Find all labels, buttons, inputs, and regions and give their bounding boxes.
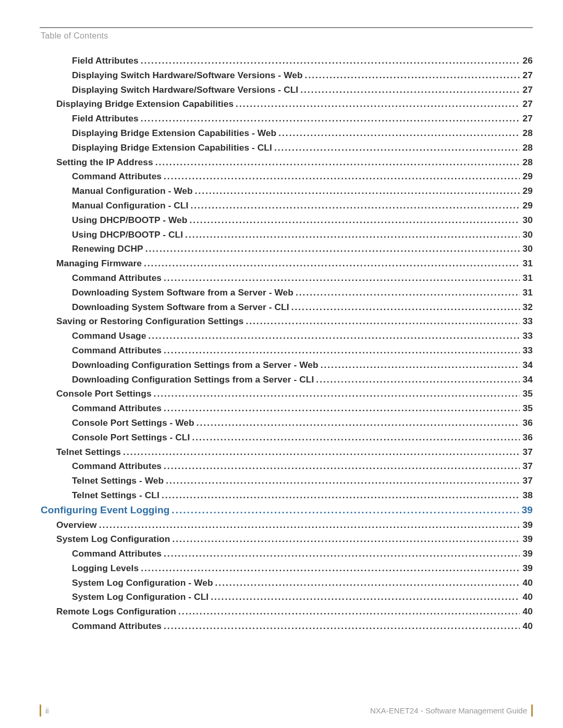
toc-leader: [154, 388, 520, 399]
toc-entry[interactable]: System Log Configuration39: [56, 534, 533, 545]
toc-entry-page: 30: [520, 229, 533, 240]
toc-entry[interactable]: Command Attributes40: [72, 621, 533, 632]
toc-entry[interactable]: Downloading System Software from a Serve…: [72, 302, 533, 313]
toc-entry[interactable]: Displaying Switch Hardware/Software Vers…: [72, 84, 533, 95]
toc-entry-page: 34: [520, 360, 533, 371]
toc-entry[interactable]: Downloading Configuration Settings from …: [72, 374, 533, 385]
toc-leader: [164, 621, 520, 632]
toc-entry[interactable]: Console Port Settings35: [56, 388, 533, 399]
toc-entry[interactable]: Using DHCP/BOOTP - CLI30: [72, 229, 533, 240]
toc-entry[interactable]: Telnet Settings37: [56, 447, 533, 458]
toc-entry[interactable]: Console Port Settings - Web36: [72, 417, 533, 428]
toc-entry-title: Telnet Settings - Web: [72, 475, 166, 486]
toc-entry-page: 27: [520, 98, 533, 109]
toc-entry-title: Telnet Settings - CLI: [72, 490, 162, 501]
toc-entry-title: Downloading System Software from a Serve…: [72, 302, 291, 313]
toc-entry-page: 37: [520, 461, 533, 472]
toc-leader: [296, 287, 520, 298]
page-footer: ii NXA-ENET24 - Software Management Guid…: [40, 705, 533, 717]
toc-entry[interactable]: Logging Levels39: [72, 563, 533, 574]
toc-entry-title: Displaying Switch Hardware/Software Vers…: [72, 84, 300, 95]
toc-leader: [274, 142, 520, 153]
toc-leader: [164, 548, 520, 559]
toc-entry[interactable]: Displaying Switch Hardware/Software Vers…: [72, 70, 533, 81]
toc-entry[interactable]: Command Usage33: [72, 330, 533, 341]
toc-entry-title: Displaying Switch Hardware/Software Vers…: [72, 70, 305, 81]
toc-entry[interactable]: Command Attributes37: [72, 461, 533, 472]
toc-entry[interactable]: System Log Configuration - CLI40: [72, 591, 533, 602]
toc-leader: [246, 316, 519, 327]
toc-entry-page: 37: [520, 447, 533, 458]
toc-entry[interactable]: Overview39: [56, 520, 533, 530]
toc-entry-title: Manual Configuration - CLI: [72, 200, 190, 211]
toc-entry[interactable]: Manual Configuration - CLI29: [72, 200, 533, 211]
toc-entry[interactable]: Downloading Configuration Settings from …: [72, 360, 533, 371]
toc-entry-page: 27: [520, 113, 533, 124]
toc-entry[interactable]: Downloading System Software from a Serve…: [72, 287, 533, 298]
toc-entry[interactable]: Field Attributes26: [72, 55, 533, 66]
toc-entry-title: Console Port Settings - Web: [72, 417, 197, 428]
toc-entry-page: 34: [520, 374, 533, 385]
toc-entry-title: Command Attributes: [72, 403, 164, 414]
toc-entry-page: 32: [520, 302, 533, 313]
toc-entry-page: 36: [520, 432, 533, 443]
toc-entry[interactable]: Displaying Bridge Extension Capabilities…: [72, 142, 533, 153]
toc-leader: [155, 157, 520, 168]
toc-leader: [164, 273, 520, 283]
toc-entry-page: 40: [520, 621, 533, 632]
toc-entry-page: 35: [520, 403, 533, 414]
toc-entry-title: Manual Configuration - Web: [72, 186, 195, 196]
toc-leader: [189, 215, 519, 226]
toc-entry[interactable]: Setting the IP Address28: [56, 157, 533, 168]
toc-entry[interactable]: Displaying Bridge Extension Capabilities…: [72, 128, 533, 139]
toc-entry-page: 31: [520, 287, 533, 298]
toc-entry-title: Downloading Configuration Settings from …: [72, 360, 321, 371]
toc-entry-title: Command Attributes: [72, 171, 164, 182]
toc-entry[interactable]: Telnet Settings - CLI38: [72, 490, 533, 501]
toc-leader: [278, 128, 519, 139]
toc-leader: [164, 403, 520, 414]
toc-entry-title: Overview: [56, 520, 99, 530]
toc-leader: [321, 360, 520, 371]
toc-entry[interactable]: Manual Configuration - Web29: [72, 186, 533, 196]
toc-entry[interactable]: Command Attributes33: [72, 345, 533, 356]
toc-entry-title: Command Attributes: [72, 273, 164, 283]
toc-leader: [305, 70, 520, 81]
toc-entry[interactable]: Configuring Event Logging39: [41, 504, 533, 516]
toc-entry-page: 39: [520, 548, 533, 559]
toc-leader: [164, 345, 520, 356]
toc-entry-page: 33: [520, 345, 533, 356]
toc-entry[interactable]: Command Attributes31: [72, 273, 533, 283]
toc-entry[interactable]: Using DHCP/BOOTP - Web30: [72, 215, 533, 226]
toc-entry-title: Console Port Settings - CLI: [72, 432, 192, 443]
toc-entry[interactable]: Managing Firmware31: [56, 258, 533, 269]
header-label: Table of Contents: [41, 31, 108, 41]
toc-entry[interactable]: Field Attributes27: [72, 113, 533, 124]
toc-entry[interactable]: System Log Configuration - Web40: [72, 577, 533, 588]
toc-entry-title: Configuring Event Logging: [41, 504, 172, 516]
toc-entry[interactable]: Displaying Bridge Extension Capabilities…: [56, 98, 533, 109]
toc-leader: [164, 171, 520, 182]
toc-entry-page: 39: [519, 504, 533, 516]
toc-entry-page: 39: [520, 520, 533, 530]
toc-entry-page: 33: [520, 316, 533, 327]
toc-entry-page: 28: [520, 142, 533, 153]
toc-entry[interactable]: Remote Logs Configuration40: [56, 606, 533, 617]
header-rule: [40, 27, 533, 28]
toc-leader: [211, 591, 519, 602]
toc-entry[interactable]: Saving or Restoring Configuration Settin…: [56, 316, 533, 327]
toc-entry-title: Remote Logs Configuration: [56, 606, 178, 617]
toc-entry-title: Renewing DCHP: [72, 243, 145, 254]
toc-entry-page: 27: [520, 70, 533, 81]
toc-entry[interactable]: Console Port Settings - CLI36: [72, 432, 533, 443]
toc-entry-page: 36: [520, 417, 533, 428]
toc-entry[interactable]: Renewing DCHP30: [72, 243, 533, 254]
toc-entry-title: Displaying Bridge Extension Capabilities: [56, 98, 236, 109]
toc-entry[interactable]: Command Attributes39: [72, 548, 533, 559]
toc-entry-page: 29: [520, 200, 533, 211]
toc-entry[interactable]: Command Attributes29: [72, 171, 533, 182]
toc-entry[interactable]: Telnet Settings - Web37: [72, 475, 533, 486]
toc-leader: [144, 258, 520, 269]
toc-entry-page: 26: [520, 55, 533, 66]
toc-entry[interactable]: Command Attributes35: [72, 403, 533, 414]
